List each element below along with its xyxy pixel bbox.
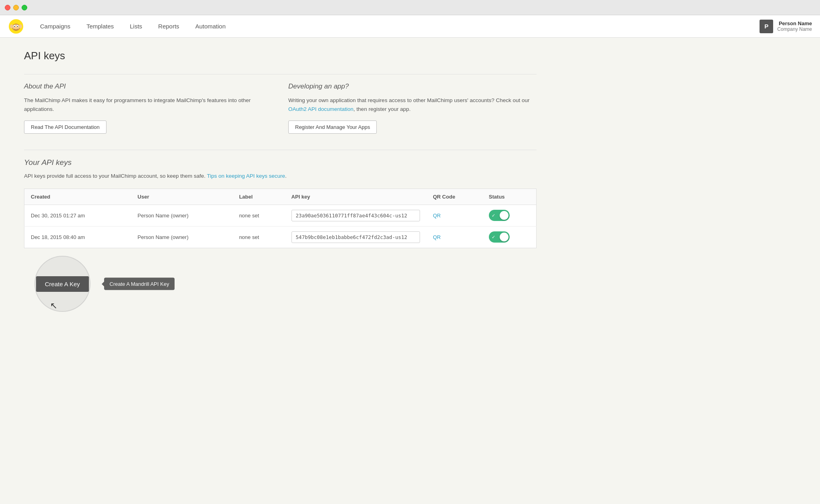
user-company: Company Name	[777, 26, 812, 32]
svg-point-5	[14, 26, 15, 26]
col-label: Label	[233, 189, 285, 205]
read-api-docs-button[interactable]: Read The API Documentation	[24, 120, 107, 134]
developing-app-text1: Writing your own application that requir…	[288, 97, 530, 103]
api-keys-desc-text1: API keys provide full access to your Mai…	[24, 173, 207, 179]
status-toggle-1[interactable]: ✓	[489, 210, 510, 221]
nav-automation[interactable]: Automation	[187, 16, 234, 37]
table-row: Dec 30, 2015 01:27 am Person Name (owner…	[24, 205, 537, 226]
maximize-button[interactable]	[22, 5, 27, 10]
status-toggle-2[interactable]: ✓	[489, 231, 510, 243]
col-apikey: API key	[285, 189, 427, 205]
cell-label-2: none set	[233, 226, 285, 248]
api-key-input-2[interactable]	[291, 231, 420, 243]
api-keys-desc: API keys provide full access to your Mai…	[24, 172, 537, 181]
api-keys-section: Your API keys API keys provide full acce…	[24, 158, 537, 304]
svg-point-8	[19, 24, 22, 28]
navbar: Campaigns Templates Lists Reports Automa…	[0, 15, 820, 38]
mailchimp-logo	[8, 18, 24, 34]
oauth2-docs-link[interactable]: OAuth2 API documentation	[288, 106, 354, 112]
api-keys-secure-link[interactable]: Tips on keeping API keys secure	[207, 173, 285, 179]
nav-user: P Person Name Company Name	[760, 20, 812, 33]
cell-status-2: ✓	[482, 226, 537, 248]
qr-link-1[interactable]: QR	[433, 213, 441, 219]
about-api-heading: About the API	[24, 82, 272, 90]
table-header: Created User Label API key QR Code Statu…	[24, 189, 537, 205]
avatar: P	[760, 20, 773, 33]
cursor-icon: ↖	[50, 301, 57, 311]
table-header-row: Created User Label API key QR Code Statu…	[24, 189, 537, 205]
nav-campaigns[interactable]: Campaigns	[32, 16, 78, 37]
traffic-lights	[5, 5, 27, 10]
api-keys-table: Created User Label API key QR Code Statu…	[24, 189, 537, 248]
user-info: Person Name Company Name	[777, 20, 812, 32]
toggle-thumb-1	[500, 211, 508, 220]
toggle-check-icon-2: ✓	[492, 235, 495, 240]
nav-lists[interactable]: Lists	[122, 16, 150, 37]
user-name: Person Name	[777, 20, 812, 26]
table-body: Dec 30, 2015 01:27 am Person Name (owner…	[24, 205, 537, 248]
register-apps-button[interactable]: Register And Manage Your Apps	[288, 120, 377, 134]
cell-user-1: Person Name (owner)	[131, 205, 233, 226]
nav-reports[interactable]: Reports	[150, 16, 187, 37]
nav-links: Campaigns Templates Lists Reports Automa…	[32, 16, 760, 37]
cell-status-1: ✓	[482, 205, 537, 226]
cell-qr-1: QR	[426, 205, 482, 226]
col-qrcode: QR Code	[426, 189, 482, 205]
svg-point-7	[10, 24, 13, 28]
col-status: Status	[482, 189, 537, 205]
page-title: API keys	[24, 50, 537, 62]
main-content: API keys About the API The MailChimp API…	[0, 38, 561, 316]
create-key-button[interactable]: Create A Key	[36, 276, 89, 292]
table-row: Dec 18, 2015 08:40 am Person Name (owner…	[24, 226, 537, 248]
api-keys-heading: Your API keys	[24, 158, 537, 167]
cell-apikey-2	[285, 226, 427, 248]
cell-label-1: none set	[233, 205, 285, 226]
about-api-text: The MailChimp API makes it easy for prog…	[24, 96, 272, 113]
toggle-thumb-2	[500, 233, 508, 241]
info-columns: About the API The MailChimp API makes it…	[24, 82, 537, 134]
api-keys-desc-text2: .	[285, 173, 287, 179]
divider-2	[24, 150, 537, 150]
svg-point-6	[17, 26, 18, 26]
close-button[interactable]	[5, 5, 10, 10]
minimize-button[interactable]	[13, 5, 19, 10]
cell-user-2: Person Name (owner)	[131, 226, 233, 248]
about-api-section: About the API The MailChimp API makes it…	[24, 82, 272, 134]
mandrill-tooltip: Create A Mandrill API Key	[104, 278, 175, 290]
divider	[24, 74, 537, 74]
cell-apikey-1	[285, 205, 427, 226]
developing-app-text2: , then register your app.	[354, 106, 411, 112]
cell-qr-2: QR	[426, 226, 482, 248]
title-bar	[0, 0, 820, 15]
col-created: Created	[24, 189, 131, 205]
create-key-area: Create A Key Create A Mandrill API Key ↖	[24, 264, 101, 304]
nav-templates[interactable]: Templates	[78, 16, 122, 37]
developing-app-text: Writing your own application that requir…	[288, 96, 537, 113]
developing-app-section: Developing an app? Writing your own appl…	[288, 82, 537, 134]
cell-created-2: Dec 18, 2015 08:40 am	[24, 226, 131, 248]
toggle-check-icon-1: ✓	[492, 213, 495, 218]
api-key-input-1[interactable]	[291, 210, 420, 221]
col-user: User	[131, 189, 233, 205]
developing-app-heading: Developing an app?	[288, 82, 537, 90]
qr-link-2[interactable]: QR	[433, 234, 441, 240]
cell-created-1: Dec 30, 2015 01:27 am	[24, 205, 131, 226]
